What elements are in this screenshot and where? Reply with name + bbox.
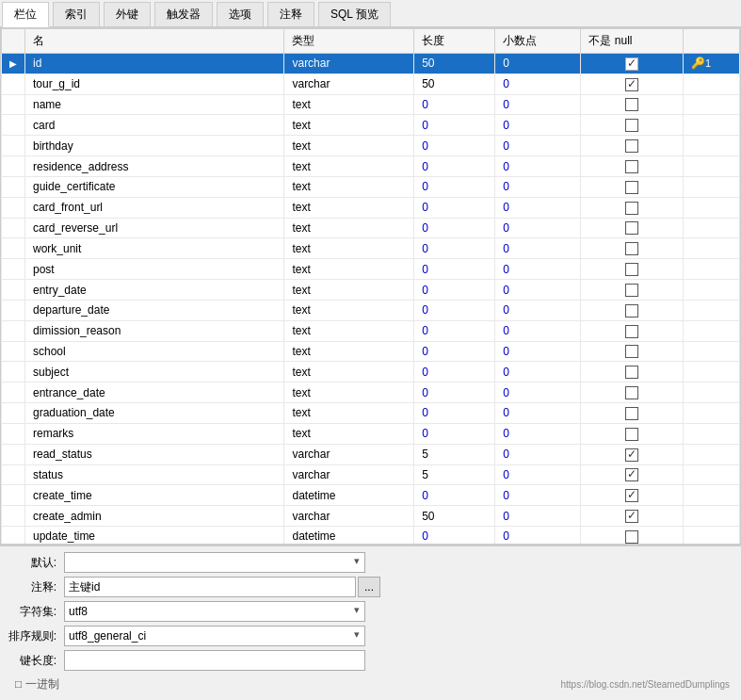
notnull-checkbox[interactable]: [625, 468, 638, 481]
field-length: 0: [414, 280, 495, 301]
col-type[interactable]: 类型: [284, 29, 414, 54]
tab-index[interactable]: 索引: [53, 2, 100, 26]
notnull-checkbox[interactable]: [625, 304, 638, 317]
field-name: graduation_date: [25, 403, 284, 424]
row-indicator: [2, 362, 25, 383]
tab-columns[interactable]: 栏位: [2, 2, 49, 27]
notnull-checkbox[interactable]: [625, 139, 638, 153]
notnull-checkbox[interactable]: [625, 221, 638, 235]
tab-comments[interactable]: 注释: [267, 2, 314, 26]
col-extra: [684, 29, 740, 54]
notnull-checkbox[interactable]: [625, 181, 638, 194]
keylength-input[interactable]: [64, 650, 365, 671]
field-length: 0: [414, 218, 495, 238]
table-row[interactable]: guide_certificatetext00: [2, 176, 740, 197]
table-row[interactable]: update_timedatetime00: [2, 527, 740, 545]
notnull-checkbox[interactable]: [625, 448, 638, 462]
comment-dots-button[interactable]: ...: [358, 577, 380, 597]
columns-table: 名 类型 长度 小数点 不是 null ▶idvarchar500🔑1tour_…: [1, 28, 740, 545]
field-extra: [684, 176, 740, 197]
field-name: departure_date: [25, 300, 284, 320]
table-row[interactable]: birthdaytext00: [2, 136, 740, 156]
row-indicator: [2, 218, 25, 238]
table-row[interactable]: create_adminvarchar500: [2, 506, 740, 527]
field-notnull: [581, 403, 684, 424]
table-row[interactable]: card_reverse_urltext00: [2, 218, 740, 238]
notnull-checkbox[interactable]: [625, 284, 638, 297]
tab-sql-preview[interactable]: SQL 预览: [318, 2, 391, 26]
field-length: 0: [414, 259, 495, 280]
notnull-checkbox[interactable]: [625, 242, 638, 255]
col-notnull[interactable]: 不是 null: [581, 29, 684, 54]
field-length: 50: [414, 506, 495, 527]
table-row[interactable]: graduation_datetext00: [2, 403, 740, 424]
notnull-checkbox[interactable]: [625, 119, 638, 132]
notnull-checkbox[interactable]: [625, 510, 638, 523]
notnull-checkbox[interactable]: [625, 325, 638, 338]
table-row[interactable]: entrance_datetext00: [2, 383, 740, 403]
table-row[interactable]: entry_datetext00: [2, 280, 740, 301]
notnull-checkbox[interactable]: [625, 489, 638, 502]
field-extra: [684, 320, 740, 341]
field-extra: [684, 136, 740, 156]
field-decimal: 0: [495, 259, 581, 280]
table-row[interactable]: work_unittext00: [2, 238, 740, 259]
table-row[interactable]: remarkstext00: [2, 423, 740, 444]
field-length: 50: [414, 73, 495, 94]
notnull-checkbox[interactable]: [625, 428, 638, 441]
notnull-checkbox[interactable]: [625, 263, 638, 276]
table-row[interactable]: residence_addresstext00: [2, 156, 740, 177]
notnull-checkbox[interactable]: [625, 386, 638, 399]
table-row[interactable]: departure_datetext00: [2, 300, 740, 320]
col-length[interactable]: 长度: [414, 29, 495, 54]
field-name: entrance_date: [25, 383, 284, 403]
table-row[interactable]: subjecttext00: [2, 362, 740, 383]
field-type: text: [284, 403, 414, 424]
tab-foreign-key[interactable]: 外键: [104, 2, 151, 26]
table-row[interactable]: read_statusvarchar50: [2, 444, 740, 464]
notnull-checkbox[interactable]: [625, 530, 638, 544]
notnull-checkbox[interactable]: [625, 366, 638, 379]
notnull-checkbox[interactable]: [625, 160, 638, 173]
field-type: text: [284, 341, 414, 362]
table-row[interactable]: dimission_reasontext00: [2, 320, 740, 341]
default-select[interactable]: [64, 552, 365, 573]
field-name: dimission_reason: [25, 320, 284, 341]
field-decimal: 0: [495, 320, 581, 341]
notnull-checkbox[interactable]: [625, 57, 638, 71]
field-extra: [684, 403, 740, 424]
bottom-note: □ 一进制: [8, 675, 67, 694]
tab-triggers[interactable]: 触发器: [154, 2, 213, 26]
table-row[interactable]: cardtext00: [2, 115, 740, 136]
table-row[interactable]: ▶idvarchar500🔑1: [2, 54, 740, 74]
table-row[interactable]: schooltext00: [2, 341, 740, 362]
field-type: varchar: [284, 73, 414, 94]
table-row[interactable]: create_timedatetime00: [2, 485, 740, 506]
tab-options[interactable]: 选项: [217, 2, 264, 26]
field-extra: [684, 218, 740, 238]
field-notnull: [581, 341, 684, 362]
notnull-checkbox[interactable]: [625, 407, 638, 420]
table-row[interactable]: nametext00: [2, 94, 740, 115]
field-length: 5: [414, 444, 495, 464]
field-decimal: 0: [495, 136, 581, 156]
notnull-checkbox[interactable]: [625, 202, 638, 215]
table-row[interactable]: posttext00: [2, 259, 740, 280]
table-row[interactable]: card_front_urltext00: [2, 197, 740, 218]
notnull-checkbox[interactable]: [625, 345, 638, 358]
field-decimal: 0: [495, 527, 581, 545]
collation-select[interactable]: utf8_general_ci: [64, 626, 365, 646]
comment-input[interactable]: [64, 577, 356, 597]
row-indicator: [2, 383, 25, 403]
field-length: 0: [414, 300, 495, 320]
table-row[interactable]: statusvarchar50: [2, 464, 740, 485]
notnull-checkbox[interactable]: [625, 78, 638, 91]
charset-select[interactable]: utf8: [64, 601, 365, 622]
col-name[interactable]: 名: [25, 29, 284, 54]
col-decimal[interactable]: 小数点: [495, 29, 581, 54]
table-row[interactable]: tour_g_idvarchar500: [2, 73, 740, 94]
field-length: 0: [414, 341, 495, 362]
notnull-checkbox[interactable]: [625, 98, 638, 111]
field-decimal: 0: [495, 300, 581, 320]
field-name: entry_date: [25, 280, 284, 301]
